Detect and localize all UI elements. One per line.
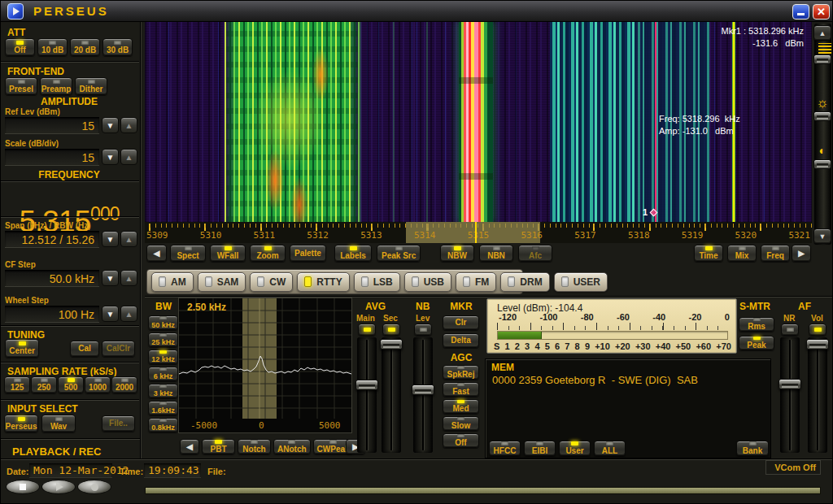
cal-button[interactable]: Cal: [70, 341, 99, 357]
playback-progress-bar[interactable]: [145, 487, 821, 494]
agc-med-button[interactable]: Med: [443, 399, 479, 414]
nbn-button[interactable]: NBN: [479, 245, 513, 262]
scale-down-icon[interactable]: [102, 149, 119, 165]
nr-slider[interactable]: [780, 337, 800, 453]
notch-button[interactable]: Notch: [238, 439, 271, 454]
wf-gain-slider-handle[interactable]: [813, 54, 831, 64]
wheel-step-up-icon[interactable]: [120, 306, 137, 322]
nb-lev-slider[interactable]: [413, 337, 433, 453]
cf-step-field[interactable]: 50.0 kHz: [5, 270, 99, 286]
title-bar[interactable]: PERSEUS: [1, 1, 833, 22]
marker1-flag[interactable]: 1: [643, 207, 656, 217]
att-off-button[interactable]: Off: [5, 38, 35, 56]
mode-fm-button[interactable]: FM: [456, 272, 496, 292]
ref-lev-down-icon[interactable]: [102, 117, 119, 133]
mode-usb-button[interactable]: USB: [404, 272, 451, 292]
minimize-button[interactable]: [792, 4, 809, 20]
mem-user-button[interactable]: User: [559, 441, 591, 456]
app-icon[interactable]: [7, 3, 24, 20]
mem-eibi-button[interactable]: EIBI: [524, 441, 556, 456]
mode-sam-button[interactable]: SAM: [198, 272, 246, 292]
presel-button[interactable]: Presel: [5, 77, 37, 95]
rate-250-button[interactable]: 250: [31, 376, 57, 393]
nb-lev-led-button[interactable]: [414, 324, 432, 336]
agc-fast-button[interactable]: Fast: [443, 382, 479, 397]
marker1-line[interactable]: [655, 22, 656, 222]
wheel-step-field[interactable]: 100 Hz: [5, 306, 99, 322]
avg-main-led-button[interactable]: [358, 324, 376, 336]
mode-lsb-button[interactable]: LSB: [354, 272, 400, 292]
wheel-step-down-icon[interactable]: [102, 306, 119, 322]
att-10db-button[interactable]: 10 dB: [37, 38, 68, 56]
scale-scroll-left-button[interactable]: [146, 245, 167, 262]
play-button[interactable]: [41, 480, 76, 494]
mem-all-button[interactable]: ALL: [594, 441, 626, 456]
bw-3khz-button[interactable]: 3 kHz: [148, 384, 178, 398]
vol-slider-handle[interactable]: [806, 339, 829, 350]
nr-led-button[interactable]: [781, 324, 799, 336]
freq-button[interactable]: Freq: [761, 245, 790, 262]
scale-field[interactable]: 15: [5, 149, 99, 165]
zoom-button[interactable]: Zoom: [250, 245, 286, 262]
rate-2000-button[interactable]: 2000: [111, 376, 137, 393]
rate-1000-button[interactable]: 1000: [85, 376, 111, 393]
waterfall-scroll-down-button[interactable]: [813, 228, 831, 244]
mkr-delta-button[interactable]: Delta: [443, 333, 479, 348]
vol-slider[interactable]: [808, 337, 827, 453]
calclr-button[interactable]: CalClr: [102, 341, 135, 357]
vcom-status[interactable]: VCom Off: [765, 460, 821, 475]
waterfall-display[interactable]: Mkr1 : 5318.296 kHz-131.6 dBm Freq: 5318…: [145, 22, 812, 222]
bw-50khz-button[interactable]: 50 kHz: [148, 315, 178, 330]
mode-drm-button[interactable]: DRM: [500, 272, 549, 292]
smtr-rms-button[interactable]: Rms: [739, 317, 774, 332]
avg-sec-led-button[interactable]: [382, 324, 400, 336]
mode-rtty-button[interactable]: RTTY: [297, 272, 349, 292]
anotch-button[interactable]: ANotch: [273, 439, 311, 454]
input-perseus-button[interactable]: Perseus: [4, 415, 38, 432]
mode-am-button[interactable]: AM: [151, 272, 194, 292]
mem-bank-button[interactable]: Bank: [736, 441, 769, 456]
record-button[interactable]: [77, 480, 111, 494]
bw-08khz-button[interactable]: 0.8kHz: [148, 418, 178, 432]
mix-button[interactable]: Mix: [727, 245, 757, 262]
palette-button[interactable]: Palette: [290, 245, 326, 262]
preamp-button[interactable]: Preamp: [40, 77, 72, 95]
waterfall-scroll-up-button[interactable]: [813, 25, 831, 41]
spect-button[interactable]: Spect: [170, 245, 206, 262]
scale-up-icon[interactable]: [120, 149, 137, 165]
bw-6khz-button[interactable]: 6 kHz: [148, 367, 178, 381]
nr-slider-handle[interactable]: [778, 379, 801, 389]
att-30db-button[interactable]: 30 dB: [102, 38, 133, 56]
agc-spkrej-button[interactable]: SpkRej: [443, 365, 479, 380]
nbw-button[interactable]: NBW: [440, 245, 474, 262]
scale-scroll-right-button[interactable]: [792, 245, 811, 262]
att-20db-button[interactable]: 20 dB: [70, 38, 100, 56]
dither-button[interactable]: Dither: [75, 77, 107, 95]
wfall-button[interactable]: WFall: [210, 245, 246, 262]
avg-main-slider-handle[interactable]: [355, 380, 378, 390]
time-button[interactable]: Time: [694, 245, 723, 262]
pbt-scroll-left-button[interactable]: [180, 439, 199, 454]
vol-led-button[interactable]: [809, 324, 826, 336]
smtr-peak-button[interactable]: Peak: [739, 336, 774, 350]
avg-sec-slider-handle[interactable]: [380, 339, 403, 350]
bw-12khz-button[interactable]: 12 kHz: [148, 350, 178, 364]
rate-500-button[interactable]: 500: [58, 376, 84, 393]
pbt-button[interactable]: PBT: [202, 439, 235, 454]
cf-step-up-icon[interactable]: [120, 270, 137, 286]
agc-off-button[interactable]: Off: [443, 433, 479, 448]
avg-sec-slider[interactable]: [382, 337, 401, 453]
wf-contrast-slider-handle[interactable]: [813, 159, 831, 169]
mkr-clr-button[interactable]: Clr: [443, 315, 479, 330]
nb-lev-slider-handle[interactable]: [412, 385, 434, 395]
bw-16khz-button[interactable]: 1.6kHz: [148, 401, 178, 415]
tuning-center-button[interactable]: Center: [5, 339, 39, 358]
mode-user-button[interactable]: USER: [554, 272, 608, 292]
span-up-icon[interactable]: [120, 231, 137, 247]
ref-lev-field[interactable]: 15: [5, 117, 99, 133]
afc-button[interactable]: Afc: [518, 245, 552, 262]
filter-spectrum-panel[interactable]: 2.50 kHz -5000 0 5000: [178, 298, 352, 433]
bw-25khz-button[interactable]: 25 kHz: [148, 332, 178, 347]
file-button[interactable]: File..: [102, 415, 135, 432]
input-wav-button[interactable]: Wav: [41, 415, 76, 432]
